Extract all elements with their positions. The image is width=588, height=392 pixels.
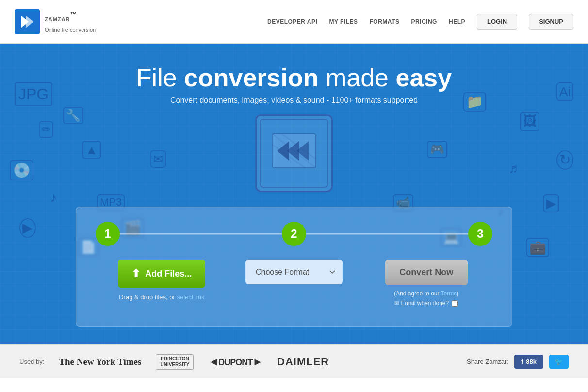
doodle-game: 🎮 [427,141,447,158]
login-button[interactable]: LOGIN [477,14,517,30]
logo-name: ZAMZAR [45,16,70,22]
doodle-folder: 📁 [463,92,486,112]
doodle-pencil: ✏ [39,121,53,138]
twitter-icon: 🐦 [555,358,563,365]
nav-pricing[interactable]: PRICING [411,18,437,25]
title-bold1: conversion [184,64,318,92]
princeton-line1: PRINCETON [161,356,189,362]
used-by-section: Used by: The New York Times PRINCETON UN… [19,354,329,370]
logo-subtitle: Online file conversion [45,27,96,33]
doodle-envelope: ✉ [150,150,166,168]
drag-drop-text: Drag & drop files, or select link [119,294,204,301]
facebook-icon: f [521,358,523,365]
play-arrows-icon [270,131,318,176]
svg-line-8 [272,145,305,168]
doodle-play2: ▶ [543,194,559,212]
terms-suffix: ) [457,290,458,297]
email-checkbox[interactable] [452,300,458,307]
step3-col: Convert Now (And agree to our Terms) ✉ E… [360,260,492,307]
step-circle-2: 2 [282,222,306,246]
convert-panel: 1 2 3 ⬆ Add Files... Drag & drop files, … [76,207,512,327]
steps-row: 1 2 3 [96,222,492,246]
facebook-share-button[interactable]: f 88k [514,355,543,369]
doodle-cd: 💿 [10,160,33,180]
logo-tm: ™ [70,10,77,18]
doodle-jpg: JPG [15,82,52,106]
step-circle-1: 1 [96,222,120,246]
nav-help[interactable]: HELP [449,18,465,25]
brand-daimler: DAIMLER [277,356,329,368]
terms-link[interactable]: Terms [441,290,457,297]
add-files-button[interactable]: ⬆ Add Files... [118,260,205,288]
hero-subtitle: Convert documents, images, videos & soun… [136,96,452,105]
svg-marker-1 [26,16,33,28]
convert-now-button[interactable]: Convert Now [385,260,468,285]
step2-col: Choose Format PDF MP4 JPG MP3 [228,260,360,284]
footer: Used by: The New York Times PRINCETON UN… [0,344,588,378]
doodle-music: ♪ [49,189,59,206]
svg-rect-2 [272,134,316,168]
add-files-label: Add Files... [145,269,192,279]
hero-title: File conversion made easy Convert docume… [136,63,452,105]
hero-section: JPG ✏ 💿 ♪ ▶ 🔧 ▲ MP3 🎬 ✉ 📄 Ai 🖼 ↻ ♬ ▶ ♪ 💼… [0,44,588,344]
share-label: Share Zamzar: [467,358,508,365]
title-bold2: easy [395,64,452,92]
svg-marker-5 [296,141,309,161]
nav-my-files[interactable]: MY FILES [329,18,358,25]
doodle-wrench: 🔧 [63,107,83,124]
email-label: ✉ Email when done? [394,300,449,307]
doodle-refresh: ↻ [556,150,573,170]
logo-icon [15,9,40,34]
nav: DEVELOPER API MY FILES FORMATS PRICING H… [267,14,573,30]
doodle-music2: ♬ [507,160,521,177]
upload-icon: ⬆ [131,267,140,280]
brand-dupont: ◄DUPONT► [208,356,262,368]
terms-prefix: (And agree to our [394,290,441,297]
actions-row: ⬆ Add Files... Drag & drop files, or sel… [96,260,492,307]
svg-line-6 [272,134,316,168]
logo-area: ZAMZAR™ Online file conversion [15,9,96,34]
doodle-play1: ▶ [19,218,36,238]
facebook-count: 88k [526,358,537,365]
doodle-briefcase: 💼 [526,238,549,257]
svg-marker-3 [277,141,289,161]
terms-text: (And agree to our Terms) [394,290,458,297]
brand-princeton: PRINCETON UNIVERSITY [156,354,194,370]
brand-nyt: The New York Times [59,357,141,367]
svg-line-7 [282,134,316,159]
nav-formats[interactable]: FORMATS [370,18,400,25]
doodle-arrow1: ▲ [82,141,101,159]
title-plain2: made [319,64,396,92]
choose-format-select[interactable]: Choose Format PDF MP4 JPG MP3 [245,260,343,284]
signup-button[interactable]: SIGNUP [529,14,573,30]
header: ZAMZAR™ Online file conversion DEVELOPER… [0,0,588,44]
title-plain: File [136,64,184,92]
used-by-label: Used by: [19,358,44,365]
princeton-line2: UNIVERSITY [160,362,189,368]
share-area: Share Zamzar: f 88k 🐦 [467,355,569,369]
step-circle-3: 3 [468,222,492,246]
svg-marker-4 [287,141,299,161]
drag-drop-static: Drag & drop files, or [119,294,177,301]
doodle-ai: Ai [556,82,573,101]
nav-developer-api[interactable]: DEVELOPER API [267,18,317,25]
doodle-image: 🖼 [520,112,539,131]
step1-col: ⬆ Add Files... Drag & drop files, or sel… [96,260,228,301]
logo-text: ZAMZAR™ Online file conversion [45,10,96,33]
select-link[interactable]: select link [177,294,204,301]
email-row: ✉ Email when done? [394,300,458,307]
center-logo-box [255,114,333,192]
twitter-share-button[interactable]: 🐦 [549,355,569,369]
